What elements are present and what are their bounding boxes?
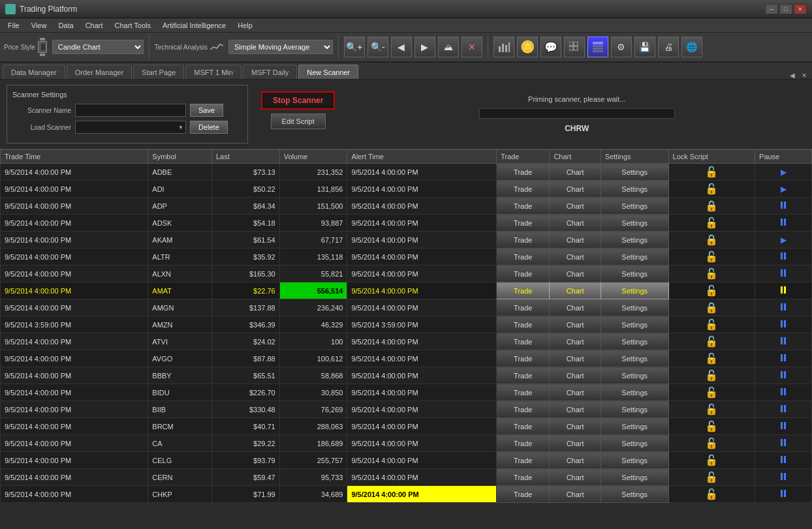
cell-settings-button[interactable]: Settings [601, 181, 668, 198]
menu-file[interactable]: File [3, 20, 25, 31]
cell-lock-script[interactable]: 🔓 [668, 215, 755, 232]
cell-trade-button[interactable]: Trade [497, 164, 550, 181]
cell-pause-button[interactable]: ▶ [755, 164, 812, 181]
cell-lock-script[interactable]: 🔓 [668, 350, 755, 367]
cell-chart-button[interactable]: Chart [550, 181, 601, 198]
cell-chart-button[interactable]: Chart [550, 469, 601, 486]
cell-trade-button[interactable]: Trade [497, 367, 550, 384]
forward-button[interactable]: ▶ [414, 37, 435, 57]
cell-settings-button[interactable]: Settings [601, 265, 668, 282]
cell-chart-button[interactable]: Chart [550, 333, 601, 350]
coin-button[interactable]: 🪙 [517, 37, 538, 57]
cell-settings-button[interactable]: Settings [601, 316, 668, 333]
cell-settings-button[interactable]: Settings [601, 282, 668, 299]
load-scanner-select[interactable] [75, 121, 186, 134]
menu-chart-tools[interactable]: Chart Tools [110, 20, 156, 31]
cell-lock-script[interactable]: 🔓 [668, 469, 755, 486]
load-scanner-select-wrap[interactable]: ▼ [75, 121, 186, 134]
cell-lock-script[interactable]: 🔓 [668, 384, 755, 401]
cell-pause-button[interactable] [755, 367, 812, 384]
cell-lock-script[interactable]: 🔓 [668, 282, 755, 299]
cell-lock-script[interactable]: 🔓 [668, 181, 755, 198]
cell-settings-button[interactable]: Settings [601, 198, 668, 215]
cell-chart-button[interactable]: Chart [550, 265, 601, 282]
tab-msft-1min[interactable]: MSFT 1 Min [185, 65, 242, 79]
cell-chart-button[interactable]: Chart [550, 299, 601, 316]
cell-settings-button[interactable]: Settings [601, 401, 668, 418]
cell-lock-script[interactable]: 🔓 [668, 486, 755, 503]
cell-trade-button[interactable]: Trade [497, 249, 550, 265]
cell-lock-script[interactable]: 🔓 [668, 418, 755, 435]
cell-pause-button[interactable] [755, 249, 812, 265]
cell-trade-button[interactable]: Trade [497, 486, 550, 503]
minimize-button[interactable]: ─ [765, 4, 778, 14]
cell-pause-button[interactable] [755, 384, 812, 401]
cell-settings-button[interactable]: Settings [601, 299, 668, 316]
back-button[interactable]: ◀ [391, 37, 412, 57]
cell-lock-script[interactable]: 🔓 [668, 452, 755, 469]
cell-chart-button[interactable]: Chart [550, 232, 601, 249]
cell-settings-button[interactable]: Settings [601, 486, 668, 503]
cell-pause-button[interactable] [755, 265, 812, 282]
scanner-name-input[interactable] [75, 104, 186, 117]
cell-trade-button[interactable]: Trade [497, 316, 550, 333]
cell-settings-button[interactable]: Settings [601, 469, 668, 486]
cell-lock-script[interactable]: 🔒 [668, 198, 755, 215]
cell-settings-button[interactable]: Settings [601, 350, 668, 367]
menu-ai[interactable]: Artificial Intelligence [157, 20, 231, 31]
cell-trade-button[interactable]: Trade [497, 299, 550, 316]
cell-pause-button[interactable]: ▶ [755, 181, 812, 198]
cell-pause-button[interactable] [755, 333, 812, 350]
cell-pause-button[interactable] [755, 469, 812, 486]
cell-pause-button[interactable] [755, 401, 812, 418]
cell-trade-button[interactable]: Trade [497, 265, 550, 282]
save-button[interactable]: 💾 [634, 37, 655, 57]
tab-scroll-left[interactable]: ◀ [787, 72, 798, 79]
cell-lock-script[interactable]: 🔓 [668, 367, 755, 384]
price-style-select[interactable]: Candle Chart [52, 40, 144, 54]
cell-trade-button[interactable]: Trade [497, 333, 550, 350]
cell-settings-button[interactable]: Settings [601, 384, 668, 401]
cell-settings-button[interactable]: Settings [601, 418, 668, 435]
cell-trade-button[interactable]: Trade [497, 181, 550, 198]
cell-trade-button[interactable]: Trade [497, 418, 550, 435]
cell-chart-button[interactable]: Chart [550, 249, 601, 265]
close-button[interactable]: ✕ [794, 4, 807, 14]
cell-chart-button[interactable]: Chart [550, 350, 601, 367]
cell-chart-button[interactable]: Chart [550, 384, 601, 401]
cell-pause-button[interactable] [755, 486, 812, 503]
tab-msft-daily[interactable]: MSFT Daily [243, 65, 297, 79]
help-button[interactable]: 🌐 [681, 37, 702, 57]
cell-pause-button[interactable]: ▶ [755, 232, 812, 249]
cell-trade-button[interactable]: Trade [497, 401, 550, 418]
menu-chart[interactable]: Chart [80, 20, 108, 31]
tab-close[interactable]: ✕ [799, 72, 809, 79]
cell-pause-button[interactable] [755, 282, 812, 299]
cell-chart-button[interactable]: Chart [550, 164, 601, 181]
print-button[interactable]: 🖨 [658, 37, 679, 57]
cell-lock-script[interactable]: 🔓 [668, 333, 755, 350]
tab-order-manager[interactable]: Order Manager [67, 65, 133, 79]
save-scanner-button[interactable]: Save [190, 104, 223, 117]
clear-button[interactable]: ✕ [461, 37, 482, 57]
zoom-in-button[interactable]: 🔍+ [344, 37, 365, 57]
cell-trade-button[interactable]: Trade [497, 435, 550, 452]
cell-settings-button[interactable]: Settings [601, 367, 668, 384]
cell-pause-button[interactable] [755, 350, 812, 367]
cell-chart-button[interactable]: Chart [550, 282, 601, 299]
maximize-button[interactable]: □ [779, 4, 792, 14]
cell-lock-script[interactable]: 🔒 [668, 232, 755, 249]
cell-pause-button[interactable] [755, 452, 812, 469]
cell-chart-button[interactable]: Chart [550, 452, 601, 469]
draw-button[interactable]: ⛰ [438, 37, 459, 57]
cell-trade-button[interactable]: Trade [497, 232, 550, 249]
tab-start-page[interactable]: Start Page [133, 65, 184, 79]
menu-help[interactable]: Help [232, 20, 258, 31]
stop-scanner-button[interactable]: Stop Scanner [261, 91, 335, 110]
cell-settings-button[interactable]: Settings [601, 333, 668, 350]
cell-chart-button[interactable]: Chart [550, 486, 601, 503]
cell-pause-button[interactable] [755, 435, 812, 452]
cell-pause-button[interactable] [755, 215, 812, 232]
technical-analysis-select[interactable]: Simple Moving Average [228, 40, 333, 54]
cell-trade-button[interactable]: Trade [497, 452, 550, 469]
